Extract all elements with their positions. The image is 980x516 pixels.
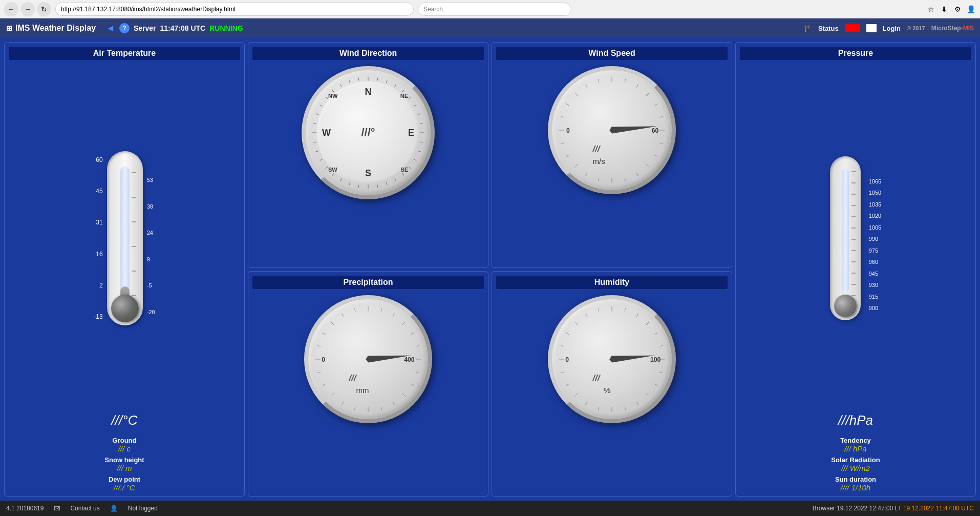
tendency-label: Tendency [831,437,880,444]
ground-label: Ground [104,437,144,444]
svg-line-25 [358,185,359,188]
svg-line-56 [586,173,587,176]
svg-line-92 [381,407,382,410]
back-button[interactable]: ← [4,2,18,16]
svg-line-51 [646,164,649,168]
server-time-status: 11:47:00 UTC [935,505,974,512]
user-icon[interactable]: 👤 [966,4,976,14]
svg-text:m/s: m/s [593,157,605,166]
svg-line-130 [566,333,569,334]
svg-line-11 [409,97,411,99]
contact-link[interactable]: Contact us [70,505,99,512]
svg-line-132 [586,313,587,316]
svg-line-100 [317,345,321,346]
svg-line-36 [320,105,323,107]
refresh-button[interactable]: ↻ [37,2,51,16]
svg-line-63 [574,93,578,96]
svg-line-62 [566,104,569,106]
svg-line-91 [393,402,394,405]
url-input[interactable] [55,3,414,16]
svg-line-7 [377,78,378,81]
humidity-panel: Humidity [492,271,732,497]
svg-marker-105 [366,352,412,363]
svg-line-41 [358,78,359,81]
svg-line-121 [625,407,626,410]
svg-marker-134 [609,352,655,363]
server-time: 11:47:08 UTC [160,24,206,32]
wind-dir-value: ///° [361,126,375,139]
compass-sw: SW [328,167,337,173]
precip-ticks-svg: 0 400 /// mm [308,299,428,419]
solar-value: /// W/m2 [831,464,880,472]
svg-line-23 [377,185,378,188]
svg-line-28 [332,173,334,175]
svg-line-19 [409,167,411,169]
svg-line-84 [402,322,406,325]
sun-value: //// 1/10h [831,483,880,492]
ground-value: /// c [104,444,144,453]
status-white [866,24,877,32]
info-icon[interactable]: ? [119,23,130,33]
svg-line-9 [395,85,396,87]
compass-se: SE [400,167,408,173]
server-label: Server [134,24,156,32]
user-icon: 👤 [110,505,118,512]
bookmark-icon[interactable]: ☆ [926,4,936,14]
svg-text:///: /// [592,373,601,383]
svg-line-86 [416,345,419,346]
compass-ne: NE [400,93,408,99]
dew-label: Dew point [104,476,144,483]
compass-outer: N S E W NE NW SE SW ///° [302,66,435,199]
thermometer-container: 60 45 31 16 2 -13 [94,64,155,412]
copyright: © 2017 [907,25,925,31]
back-nav-icon[interactable]: ◄ [106,23,115,34]
contact-icon: 🖂 [54,505,60,512]
wind-speed-gauge: 0 60 /// m/s [548,66,676,194]
settings-icon[interactable]: ⚙ [952,4,963,14]
svg-line-18 [414,159,416,161]
svg-line-96 [331,393,334,397]
app-header: ⊞ IMS Weather Display ◄ ? Server 11:47:0… [0,18,980,38]
browser-icons: ☆ ⬇ ⚙ 👤 [926,4,976,14]
svg-line-58 [566,155,569,156]
grid-icon: ⊞ [6,24,12,32]
nav-buttons: ← → ↻ [4,2,51,16]
search-input[interactable] [418,3,571,16]
svg-line-20 [402,173,404,175]
svg-line-124 [586,402,587,405]
compass-e: E [408,128,414,138]
svg-line-104 [354,308,355,311]
wind-direction-panel: Wind Direction [248,42,488,268]
svg-line-61 [561,116,564,117]
svg-line-53 [625,178,626,181]
compass-s: S [365,168,371,179]
svg-line-65 [598,79,599,82]
svg-line-38 [332,90,334,92]
download-icon[interactable]: ⬇ [939,4,949,14]
svg-line-34 [313,123,316,123]
thermo-scale-left: 60 45 31 16 2 -13 [94,156,102,320]
login-button[interactable]: Login [883,25,901,32]
svg-line-35 [316,114,318,115]
svg-line-30 [320,159,323,161]
humidity-gauge: 0 100 /// % [548,295,676,423]
svg-line-129 [561,345,564,346]
svg-line-37 [326,97,328,99]
svg-line-114 [654,333,657,334]
wind-max-label: 60 [652,127,659,134]
wind-speed-panel: Wind Speed [492,42,732,268]
thermo-scale-right: 53 38 24 9 -5 -20 [147,177,155,315]
pressure-value: ///hPa [838,412,873,428]
svg-line-117 [659,371,663,373]
thermometer-body [107,151,143,325]
forward-button[interactable]: → [20,2,35,16]
svg-line-64 [586,85,587,88]
svg-line-85 [411,333,414,334]
wind-min-label: 0 [566,127,570,134]
server-date-status: 19.12.2022 [903,505,934,512]
svg-line-21 [395,178,396,181]
precip-outer: 0 400 /// mm [304,295,432,423]
svg-line-26 [349,182,350,185]
svg-line-13 [418,114,420,115]
wind-speed-title: Wind Speed [496,47,728,60]
